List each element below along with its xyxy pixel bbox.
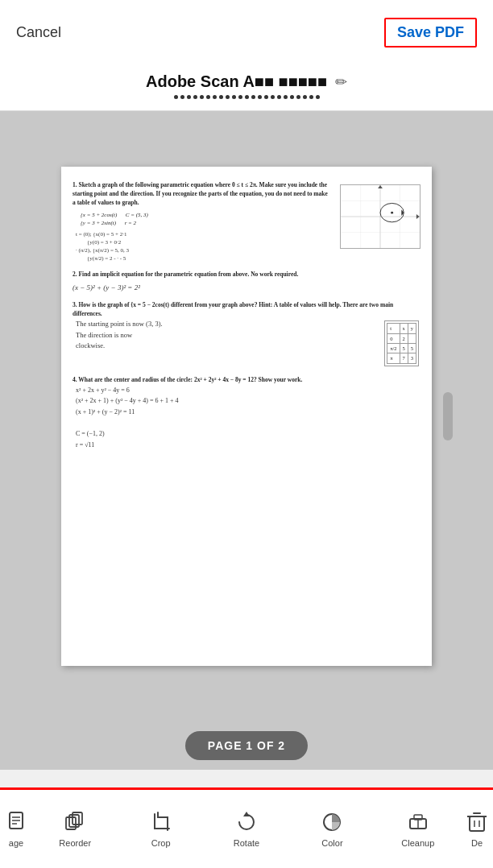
document-title: Adobe Scan A■■ ■■■■■ [146, 72, 327, 91]
tool-cleanup-label: Cleanup [401, 838, 434, 848]
delete-icon [466, 811, 488, 833]
tool-cleanup[interactable]: Cleanup [375, 803, 461, 856]
svg-marker-7 [378, 185, 383, 188]
page-badge: PAGE 1 OF 2 [185, 731, 308, 760]
tool-color[interactable]: Color [289, 803, 375, 856]
tool-color-label: Color [321, 838, 342, 848]
title-decoration [16, 95, 477, 99]
title-area: Adobe Scan A■■ ■■■■■ ✏ [0, 64, 493, 111]
cancel-button[interactable]: Cancel [16, 24, 61, 41]
svg-marker-18 [243, 812, 250, 816]
tool-rotate[interactable]: Rotate [204, 803, 289, 856]
cleanup-icon [407, 811, 429, 833]
edit-icon[interactable]: ✏ [335, 73, 347, 91]
page-icon [5, 811, 27, 833]
save-pdf-button[interactable]: Save PDF [384, 18, 477, 48]
color-icon [321, 811, 343, 833]
tool-crop-label: Crop [151, 838, 171, 848]
scroll-handle[interactable] [443, 392, 453, 440]
crop-icon [150, 811, 172, 833]
tool-page[interactable]: age [0, 803, 32, 856]
document-preview: 1. Sketch a graph of the following param… [61, 167, 432, 666]
header: Cancel Save PDF [0, 0, 493, 64]
main-content: 1. Sketch a graph of the following param… [0, 111, 493, 721]
tool-rotate-label: Rotate [234, 838, 259, 848]
bottom-toolbar: age Reorder Crop Rotate [0, 787, 493, 868]
rotate-icon [235, 811, 258, 833]
page-indicator: PAGE 1 OF 2 [0, 721, 493, 770]
tool-reorder[interactable]: Reorder [32, 803, 118, 856]
tool-crop[interactable]: Crop [118, 803, 203, 856]
svg-marker-6 [416, 214, 420, 219]
reorder-icon [64, 811, 86, 833]
svg-point-10 [391, 212, 393, 214]
tool-delete[interactable]: De [461, 803, 493, 856]
tool-page-label: age [9, 838, 23, 848]
tool-delete-label: De [471, 838, 483, 848]
svg-rect-23 [470, 816, 484, 831]
graph-area [340, 184, 420, 249]
tool-reorder-label: Reorder [59, 838, 91, 848]
